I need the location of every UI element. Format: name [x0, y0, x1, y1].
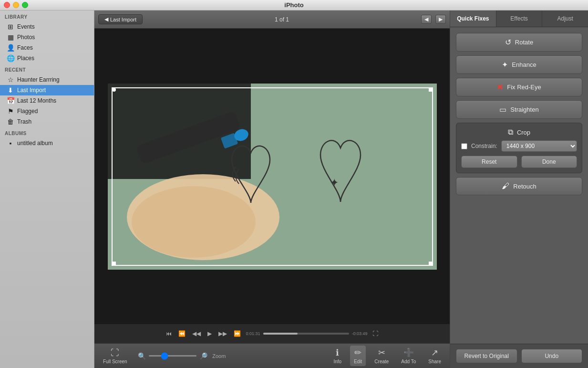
rewind-button[interactable]: ◀◀ [190, 330, 203, 337]
quick-fixes-label: Quick Fixes [457, 15, 489, 22]
recent-header: RECENT [0, 63, 94, 74]
undo-label: Undo [545, 353, 558, 359]
info-icon: ℹ [336, 347, 339, 358]
app-title: iPhoto [284, 1, 303, 9]
straighten-button[interactable]: ▭ Straighten [456, 100, 582, 119]
fullscreen-button[interactable]: ⛶ Full Screen [99, 346, 131, 366]
zoom-slider[interactable] [149, 355, 196, 357]
crop-section-header: ⧉ Crop [461, 128, 577, 137]
sidebar-item-photos[interactable]: ▦ Photos [0, 32, 94, 42]
trash-icon: 🗑 [7, 118, 14, 126]
sidebar-item-last-12[interactable]: 📅 Last 12 Months [0, 95, 94, 106]
next-button[interactable]: ▶ [435, 15, 446, 24]
crop-reset-button[interactable]: Reset [461, 156, 517, 168]
constrain-checkbox[interactable] [461, 143, 467, 149]
add-to-icon: ➕ [403, 347, 414, 358]
fix-red-eye-label: Fix Red-Eye [507, 84, 541, 91]
tab-effects[interactable]: Effects [496, 11, 543, 27]
add-to-button[interactable]: ➕ Add To [397, 346, 420, 366]
share-button[interactable]: ↗ Share [424, 346, 445, 366]
create-button[interactable]: ✂ Create [371, 346, 392, 366]
tab-adjust[interactable]: Adjust [542, 11, 588, 27]
flagged-icon: ⚑ [7, 107, 14, 115]
panel-content: ↺ Rotate ✦ Enhance ✖ Fix Red-Eye ▭ Strai… [450, 27, 588, 344]
video-current-time: 0:01:31 [246, 331, 260, 336]
sidebar-item-trash[interactable]: 🗑 Trash [0, 116, 94, 127]
sidebar-item-events[interactable]: ⊞ Events [0, 21, 94, 32]
revert-label: Revert to Original [464, 353, 509, 359]
fix-red-eye-button[interactable]: ✖ Fix Red-Eye [456, 78, 582, 96]
edit-icon: ✏ [354, 347, 361, 358]
edit-button[interactable]: ✏ Edit [350, 346, 366, 366]
prev-button[interactable]: ◀ [421, 15, 432, 24]
undo-button[interactable]: Undo [521, 349, 583, 363]
zoom-in-icon: 🔎 [199, 352, 207, 360]
main-container: LIBRARY ⊞ Events ▦ Photos 👤 Faces 🌐 Plac… [0, 11, 588, 368]
enhance-label: Enhance [512, 61, 536, 68]
library-header: LIBRARY [0, 11, 94, 21]
sidebar-item-trash-label: Trash [17, 118, 31, 125]
panel-tabs: Quick Fixes Effects Adjust [450, 11, 588, 27]
svg-text:✦: ✦ [330, 177, 339, 189]
close-button[interactable] [4, 2, 10, 8]
photos-icon: ▦ [7, 33, 14, 41]
crop-done-button[interactable]: Done [521, 156, 578, 168]
zoom-label: Zoom [212, 353, 226, 359]
bottom-toolbar: ⛶ Full Screen 🔍 🔎 Zoom ℹ Info ✏ Edit ✂ C… [94, 343, 450, 368]
sidebar-item-last-import-label: Last Import [17, 87, 46, 94]
maximize-button[interactable] [22, 2, 28, 8]
sidebar: LIBRARY ⊞ Events ▦ Photos 👤 Faces 🌐 Plac… [0, 11, 94, 368]
events-icon: ⊞ [7, 23, 14, 31]
sidebar-item-untitled[interactable]: ▪ untitled album [0, 138, 94, 148]
create-icon: ✂ [378, 347, 385, 358]
sidebar-item-events-label: Events [17, 23, 35, 30]
info-button[interactable]: ℹ Info [330, 346, 345, 366]
edit-label: Edit [354, 359, 362, 364]
import-button[interactable]: ◀ Last Import [98, 14, 143, 24]
adjust-label: Adjust [557, 15, 573, 22]
play-button[interactable]: ▶ [206, 330, 214, 337]
last-import-icon: ⬇ [7, 86, 14, 94]
enhance-button[interactable]: ✦ Enhance [456, 55, 582, 74]
sidebar-item-haunter[interactable]: ☆ Haunter Earrring [0, 74, 94, 85]
fullscreen-video-button[interactable]: ⛶ [371, 330, 380, 337]
last-12-icon: 📅 [7, 97, 14, 105]
zoom-area: 🔍 🔎 Zoom [136, 352, 228, 360]
tab-quick-fixes[interactable]: Quick Fixes [450, 11, 496, 27]
enhance-icon: ✦ [502, 60, 508, 69]
chevron-left-icon: ◀ [104, 16, 108, 22]
crop-constrain-row: Constrain: 1440 x 900 [461, 140, 577, 152]
places-icon: 🌐 [7, 54, 14, 62]
skip-start-button[interactable]: ⏮ [164, 330, 174, 337]
video-progress-fill [263, 333, 298, 335]
crop-done-label: Done [542, 158, 556, 165]
crop-label: Crop [517, 129, 530, 136]
nav-count: 1 of 1 [275, 16, 289, 23]
straighten-icon: ▭ [499, 105, 506, 114]
photo-container: ✦ [108, 84, 437, 270]
retouch-button[interactable]: 🖌 Retouch [456, 177, 582, 195]
fullscreen-icon: ⛶ [111, 348, 119, 358]
revert-button[interactable]: Revert to Original [456, 349, 517, 363]
rotate-button[interactable]: ↺ Rotate [456, 33, 582, 52]
sidebar-item-places[interactable]: 🌐 Places [0, 53, 94, 63]
crop-reset-label: Reset [482, 158, 496, 165]
step-back-button[interactable]: ⏪ [176, 330, 187, 337]
haunter-icon: ☆ [7, 76, 14, 84]
info-label: Info [333, 359, 341, 364]
step-forward-button[interactable]: ⏩ [232, 330, 243, 337]
minimize-button[interactable] [13, 2, 19, 8]
photo-image[interactable]: ✦ [108, 84, 437, 270]
rotate-label: Rotate [515, 39, 533, 46]
crop-dimension-select[interactable]: 1440 x 900 [501, 140, 577, 152]
svg-point-3 [132, 186, 256, 258]
fast-forward-button[interactable]: ▶▶ [217, 330, 229, 337]
share-label: Share [428, 359, 441, 364]
sidebar-item-flagged[interactable]: ⚑ Flagged [0, 106, 94, 116]
sidebar-item-faces[interactable]: 👤 Faces [0, 42, 94, 53]
video-progress-bar[interactable] [263, 333, 349, 335]
crop-section: ⧉ Crop Constrain: 1440 x 900 Reset Done [456, 123, 582, 173]
sidebar-item-last-import[interactable]: ⬇ Last Import [0, 85, 94, 95]
sidebar-item-untitled-label: untitled album [17, 140, 53, 147]
photo-svg: ✦ [108, 84, 437, 270]
